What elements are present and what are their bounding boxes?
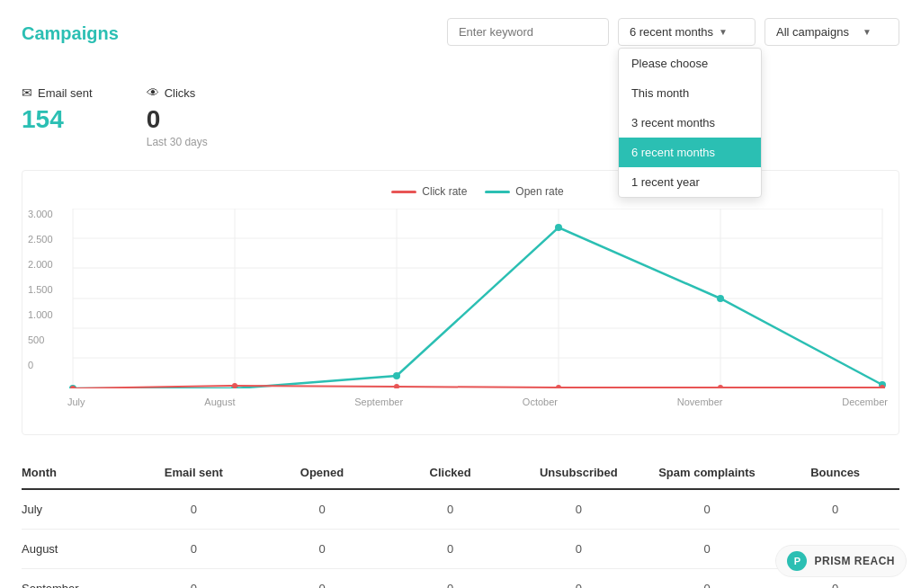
x-label-july: July	[67, 396, 85, 407]
time-filter-value: 6 recent months	[630, 25, 713, 39]
open-rate-dot-oct	[555, 224, 562, 231]
page: Campaigns 6 recent months ▼ Please choos…	[0, 0, 921, 588]
y-axis-labels: 3.000 2.500 2.000 1.500 1.000 500 0	[28, 209, 53, 370]
page-title: Campaigns	[22, 23, 119, 44]
x-label-october: October	[523, 396, 558, 407]
x-label-september: September	[354, 396, 403, 407]
time-filter-dropdown: Please choose This month 3 recent months…	[618, 48, 762, 198]
col-month: Month	[22, 466, 130, 479]
envelope-icon: ✉	[22, 85, 32, 100]
campaign-filter-value: All campaigns	[776, 25, 849, 39]
x-label-december: December	[842, 396, 888, 407]
search-input[interactable]	[447, 18, 609, 46]
chart-container: 3.000 2.500 2.000 1.500 1.000 500 0	[67, 209, 888, 407]
dropdown-item-please-choose[interactable]: Please choose	[619, 49, 761, 78]
dropdown-item-this-month[interactable]: This month	[619, 78, 761, 108]
col-unsubscribed: Unsubscribed	[514, 466, 643, 479]
email-sent-stat: ✉ Email sent 154	[22, 85, 93, 148]
x-axis-labels: July August September October November D…	[67, 396, 888, 407]
click-rate-dot-aug	[232, 383, 237, 388]
brand-name: PRISM REACH	[814, 555, 895, 567]
chevron-down-icon-2: ▼	[863, 27, 872, 37]
open-rate-color-swatch	[485, 191, 510, 193]
click-rate-legend: Click rate	[391, 185, 467, 198]
time-filter-button[interactable]: 6 recent months ▼	[618, 18, 756, 46]
email-sent-value: 154	[22, 105, 93, 134]
col-clicked: Clicked	[386, 466, 514, 479]
clicks-sub: Last 30 days	[147, 136, 208, 148]
branding-badge: P PRISM REACH	[775, 545, 907, 577]
click-rate-dot-sep	[394, 384, 399, 388]
top-bar: 6 recent months ▼ Please choose This mon…	[447, 18, 899, 46]
campaign-filter-wrapper: All campaigns ▼	[765, 18, 899, 46]
open-rate-dot-nov	[717, 295, 724, 302]
table-row: August 0 0 0 0 0 0	[22, 530, 899, 569]
x-label-november: November	[677, 396, 723, 407]
dropdown-item-6-months[interactable]: 6 recent months	[619, 138, 761, 167]
click-rate-dot-nov	[718, 385, 723, 388]
open-rate-line	[73, 227, 882, 388]
col-email-sent: Email sent	[130, 466, 258, 479]
dropdown-item-1-year[interactable]: 1 recent year	[619, 167, 761, 197]
clicks-label: 👁 Clicks	[147, 85, 208, 100]
table-row: September 0 0 0 0 0 0	[22, 569, 899, 588]
brand-icon: P	[787, 551, 807, 571]
chart-area: Click rate Open rate 3.000 2.500 2.000 1…	[22, 170, 899, 435]
col-bounces: Bounces	[771, 466, 899, 479]
open-rate-legend: Open rate	[485, 185, 563, 198]
table-row: July 0 0 0 0 0 0	[22, 490, 899, 530]
chart-svg	[67, 209, 888, 388]
chart-legend: Click rate Open rate	[67, 185, 888, 198]
data-table: Month Email sent Opened Clicked Unsubscr…	[22, 457, 899, 588]
clicks-stat: 👁 Clicks 0 Last 30 days	[147, 85, 208, 148]
stats-row: ✉ Email sent 154 👁 Clicks 0 Last 30 days	[22, 85, 899, 148]
time-filter-wrapper: 6 recent months ▼ Please choose This mon…	[618, 18, 756, 46]
eye-icon: 👁	[147, 85, 159, 100]
col-spam: Spam complaints	[643, 466, 772, 479]
x-label-august: August	[204, 396, 235, 407]
campaign-filter-button[interactable]: All campaigns ▼	[765, 18, 899, 46]
click-rate-label: Click rate	[422, 185, 467, 198]
click-rate-color-swatch	[391, 191, 416, 193]
table-header: Month Email sent Opened Clicked Unsubscr…	[22, 457, 899, 490]
chevron-down-icon: ▼	[719, 27, 728, 37]
dropdown-item-3-months[interactable]: 3 recent months	[619, 108, 761, 138]
open-rate-label: Open rate	[515, 185, 563, 198]
email-sent-label: ✉ Email sent	[22, 85, 93, 100]
clicks-value: 0	[147, 105, 208, 134]
col-opened: Opened	[258, 466, 387, 479]
click-rate-dot-oct	[556, 385, 561, 388]
open-rate-dot-sep	[393, 372, 400, 379]
